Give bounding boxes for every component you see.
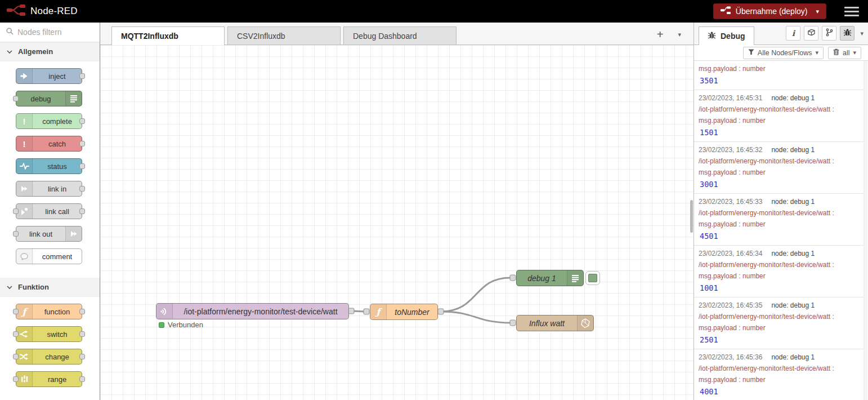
- wire-function-to-influx[interactable]: [441, 312, 511, 323]
- exclamation-icon: !: [16, 136, 33, 151]
- palette-node-change[interactable]: change: [16, 349, 82, 365]
- message-timestamp: 23/02/2023, 16:45:35: [699, 301, 762, 309]
- deploy-label: Übernahme (deploy): [736, 7, 808, 16]
- output-port[interactable]: [79, 331, 85, 337]
- output-port[interactable]: [79, 73, 85, 79]
- output-port[interactable]: [79, 354, 85, 359]
- canvas-node-debug-1[interactable]: debug 1: [516, 270, 584, 286]
- output-port[interactable]: [79, 186, 85, 192]
- exclamation-icon: !: [16, 114, 33, 128]
- palette-node-link-out[interactable]: link out: [16, 226, 82, 242]
- help-tab-button[interactable]: [804, 26, 818, 41]
- change-shuffle-icon: [16, 349, 33, 364]
- message-timestamp: 23/02/2023, 16:45:33: [699, 198, 762, 206]
- debug-lines-icon: [567, 270, 583, 286]
- function-input-port[interactable]: [364, 309, 369, 314]
- tab-csv2influxdb[interactable]: CSV2Influxdb: [227, 26, 341, 45]
- funnel-icon: [748, 49, 754, 57]
- palette-node-link-call[interactable]: link call: [16, 203, 82, 219]
- debug-message: 23/02/2023, 16:45:33 node: debug 1 /iot-…: [694, 194, 863, 246]
- add-flow-button[interactable]: +: [657, 29, 664, 40]
- message-timestamp: 23/02/2023, 16:45:34: [699, 250, 762, 257]
- message-node: node: debug 1: [771, 250, 815, 257]
- debug-message-list[interactable]: msg.payload : number 3501 23/02/2023, 16…: [694, 61, 868, 400]
- menu-icon[interactable]: [842, 5, 861, 19]
- palette-node-switch[interactable]: switch: [16, 326, 82, 342]
- filter-caret-icon: ▾: [815, 49, 818, 56]
- palette-node-complete[interactable]: ! complete: [16, 113, 82, 129]
- info-tab-button[interactable]: i: [786, 26, 800, 41]
- input-port[interactable]: [13, 208, 19, 214]
- canvas-node-mqtt-in[interactable]: /iot-platform/energy-monitor/test-device…: [156, 303, 349, 319]
- palette-node-link-in[interactable]: link in: [16, 181, 82, 197]
- context-tab-button[interactable]: [822, 26, 836, 41]
- palette-node-range[interactable]: range: [16, 371, 82, 387]
- debug-clear-button[interactable]: all ▾: [828, 47, 861, 59]
- palette-category-funktion[interactable]: Funktion: [0, 278, 100, 297]
- input-port[interactable]: [13, 96, 19, 101]
- wires-layer: [100, 45, 692, 400]
- debug-filter-button[interactable]: Alle Nodes/Flows ▾: [743, 47, 824, 59]
- influx-input-port[interactable]: [510, 320, 516, 326]
- output-port[interactable]: [79, 376, 85, 382]
- palette-node-debug[interactable]: debug: [16, 91, 82, 106]
- output-port[interactable]: [79, 141, 85, 146]
- input-port[interactable]: [13, 331, 19, 337]
- chevron-down-icon: [7, 283, 12, 291]
- git-branch-icon: [825, 28, 833, 39]
- debug-enable-toggle[interactable]: [585, 271, 600, 285]
- debug-message: 23/02/2023, 16:45:31 node: debug 1 /iot-…: [694, 90, 863, 142]
- sidebar-header: Debug i: [694, 23, 868, 45]
- canvas-vertical-scrollbar[interactable]: [690, 200, 693, 233]
- palette-node-status[interactable]: status: [16, 158, 82, 174]
- chevron-down-icon: [7, 47, 12, 56]
- tab-mqtt2influxdb[interactable]: MQTT2Influxdb: [111, 26, 225, 45]
- node-palette: Allgemein inject debug: [0, 23, 100, 400]
- search-icon: [6, 27, 14, 38]
- input-port[interactable]: [13, 309, 19, 314]
- mqtt-output-port[interactable]: [348, 308, 354, 314]
- search-input[interactable]: [17, 28, 91, 37]
- input-port[interactable]: [13, 354, 19, 359]
- inject-arrow-icon: [16, 69, 33, 83]
- deploy-caret-icon[interactable]: ▾: [816, 8, 819, 15]
- canvas-node-tonumber[interactable]: ƒ toNumber: [370, 304, 438, 320]
- comment-bubble-icon: [16, 249, 33, 264]
- message-timestamp: 23/02/2023, 16:45:32: [699, 146, 762, 154]
- output-port[interactable]: [79, 163, 85, 169]
- palette-node-function[interactable]: ƒ function: [16, 304, 82, 319]
- input-port[interactable]: [13, 231, 19, 237]
- deploy-icon: [721, 6, 731, 16]
- influxdb-icon: [577, 315, 593, 331]
- flow-canvas[interactable]: /iot-platform/energy-monitor/test-device…: [100, 45, 693, 400]
- wire-function-to-debug[interactable]: [441, 278, 511, 312]
- output-port[interactable]: [79, 118, 85, 124]
- input-port[interactable]: [13, 376, 19, 382]
- debug-toolbar: Alle Nodes/Flows ▾ all ▾: [694, 45, 868, 61]
- palette-node-catch[interactable]: ! catch: [16, 136, 82, 152]
- palette-category-allgemein[interactable]: Allgemein: [0, 42, 100, 61]
- connected-status-icon: [159, 322, 164, 328]
- app-title: Node-RED: [30, 6, 78, 17]
- function-f-icon: ƒ: [370, 304, 387, 319]
- message-node: node: debug 1: [771, 353, 815, 361]
- sidebar-tab-debug[interactable]: Debug: [699, 26, 754, 45]
- sidebar-caret-icon[interactable]: ▾: [860, 30, 863, 37]
- tab-debug-dashboard[interactable]: Debug Dashboard: [343, 26, 457, 45]
- info-icon: i: [792, 29, 795, 38]
- debug-input-port[interactable]: [510, 275, 516, 281]
- debug-tab-button[interactable]: [840, 26, 854, 41]
- palette-node-inject[interactable]: inject: [16, 68, 82, 84]
- output-port[interactable]: [79, 208, 85, 214]
- message-node: node: debug 1: [771, 198, 815, 206]
- deploy-button[interactable]: Übernahme (deploy) ▾: [713, 3, 826, 19]
- canvas-node-influx-watt[interactable]: Influx watt: [516, 315, 594, 331]
- debug-scrollbar-track[interactable]: [863, 61, 867, 400]
- message-node: node: debug 1: [771, 146, 815, 154]
- flow-list-caret-icon[interactable]: ▾: [678, 31, 681, 38]
- function-output-port[interactable]: [438, 309, 444, 314]
- palette-node-comment[interactable]: comment: [16, 248, 82, 264]
- message-node: node: debug 1: [771, 301, 815, 309]
- output-port[interactable]: [79, 309, 85, 314]
- debug-message: 23/02/2023, 16:45:36 node: debug 1 /iot-…: [694, 349, 863, 400]
